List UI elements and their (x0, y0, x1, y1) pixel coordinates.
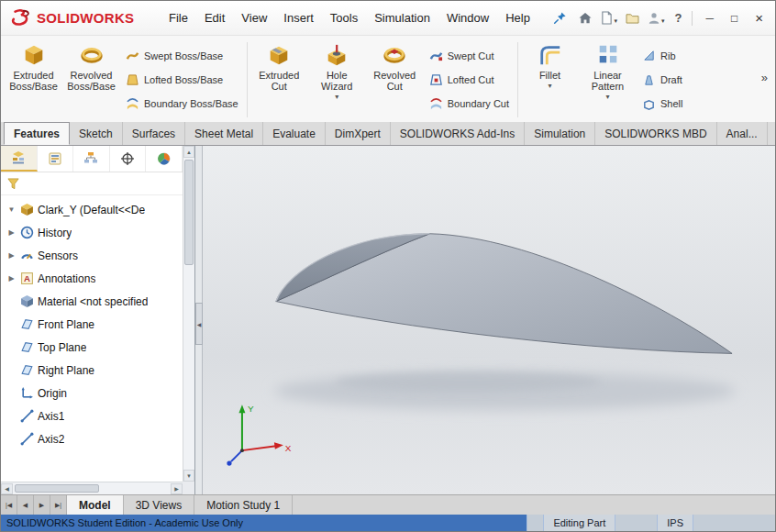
draft-button[interactable]: Draft (637, 72, 688, 89)
fillet-button[interactable]: Fillet ▾ (521, 39, 579, 121)
menu-file[interactable]: File (161, 6, 196, 29)
solidworks-window: SOLIDWORKS File Edit View Insert Tools S… (0, 0, 776, 532)
scroll-right-button[interactable]: ▶ (171, 483, 183, 494)
expander-icon[interactable]: ▶ (6, 274, 17, 283)
tab-model[interactable]: Model (67, 495, 124, 515)
tree-item-front-plane[interactable]: Front Plane (1, 313, 183, 336)
tree-item-sensors[interactable]: ▶ Sensors (1, 244, 183, 267)
tree-item-material[interactable]: Material <not specified (1, 290, 183, 313)
feature-tree: ▼ Clark_Y (Default<<De ▶ History (1, 195, 183, 482)
lofted-boss-button[interactable]: Lofted Boss/Base (120, 72, 244, 89)
tab-simulation[interactable]: Simulation (525, 122, 595, 145)
minimize-button[interactable]: ─ (701, 11, 718, 26)
tree-item-clark-y[interactable]: ▼ Clark_Y (Default<<De (1, 198, 183, 221)
menu-pin-icon[interactable] (553, 11, 567, 25)
panel-splitter[interactable]: ◀ (195, 146, 203, 494)
tab-nav-next-button[interactable]: ▶ (34, 495, 50, 515)
ribbon-overflow-button[interactable]: » (761, 71, 768, 84)
boundary-cut-button[interactable]: Boundary Cut (424, 95, 515, 113)
propertymanager-tab[interactable] (38, 146, 74, 172)
linear-pattern-button[interactable]: Linear Pattern ▾ (579, 39, 637, 121)
tab-features[interactable]: Features (4, 122, 70, 145)
menu-edit[interactable]: Edit (196, 6, 233, 29)
extruded-boss-button[interactable]: Extruded Boss/Base (5, 39, 62, 121)
shell-button[interactable]: Shell (637, 95, 688, 113)
tab-evaluate[interactable]: Evaluate (263, 122, 326, 145)
tab-sheet-metal[interactable]: Sheet Metal (185, 122, 263, 145)
maximize-button[interactable]: □ (726, 11, 742, 26)
boundary-cut-icon (429, 97, 443, 111)
tab-nav-last-button[interactable]: ▶| (50, 495, 67, 515)
revolved-cut-button[interactable]: Revolved Cut (366, 39, 424, 121)
menu-window[interactable]: Window (438, 6, 497, 29)
tab-surfaces[interactable]: Surfaces (123, 122, 185, 145)
scroll-up-button[interactable]: ▲ (183, 146, 194, 158)
panel-horizontal-scrollbar[interactable]: ◀ ▶ (1, 482, 183, 494)
rib-button[interactable]: Rib (637, 47, 688, 64)
dimxpertmanager-tab[interactable] (110, 146, 147, 172)
tree-item-annotations[interactable]: ▶ A Annotations (1, 267, 183, 290)
tree-item-origin[interactable]: Origin (1, 382, 183, 405)
tab-nav-first-button[interactable]: |◀ (1, 495, 17, 515)
tab-motion-study-1[interactable]: Motion Study 1 (194, 495, 293, 515)
vertical-scroll-thumb[interactable] (184, 160, 194, 265)
expander-icon[interactable]: ▶ (6, 251, 17, 260)
scrollbar-corner (183, 482, 194, 494)
tab-dimxpert[interactable]: DimXpert (326, 122, 391, 145)
menu-tools[interactable]: Tools (322, 6, 366, 29)
tab-3d-views[interactable]: 3D Views (124, 495, 194, 515)
tab-analysis[interactable]: Anal... (717, 122, 768, 145)
boundary-boss-button[interactable]: Boundary Boss/Base (120, 95, 244, 113)
user-caret-icon[interactable]: ▾ (661, 17, 665, 25)
displaymanager-tab[interactable] (146, 146, 183, 172)
tab-sketch[interactable]: Sketch (70, 122, 123, 145)
close-button[interactable]: × (750, 11, 768, 25)
tab-solidworks-add-ins[interactable]: SOLIDWORKS Add-Ins (391, 122, 525, 145)
panel-vertical-scrollbar[interactable]: ▲ ▼ (183, 146, 194, 482)
help-button[interactable]: ? (673, 11, 684, 25)
triad-y-label: Y (248, 404, 254, 414)
graphics-viewport[interactable]: Y X (203, 146, 775, 494)
hole-wizard-button[interactable]: Hole Wizard ▾ (308, 39, 366, 121)
configurationmanager-tab[interactable] (73, 146, 110, 172)
featuremanager-tree-tab[interactable] (1, 146, 38, 172)
revolved-boss-button[interactable]: Revolved Boss/Base (62, 39, 120, 121)
menu-simulation[interactable]: Simulation (366, 6, 438, 29)
cut-stack-group: Swept Cut Lofted Cut Boundary Cut (424, 39, 515, 121)
new-document-button[interactable]: ▾ (601, 11, 617, 25)
swept-boss-button[interactable]: Swept Boss/Base (120, 47, 244, 64)
swept-cut-button[interactable]: Swept Cut (424, 47, 515, 64)
user-account-button[interactable]: ▾ (648, 11, 665, 25)
tab-nav-prev-button[interactable]: ◀ (17, 495, 34, 515)
scroll-down-button[interactable]: ▼ (183, 470, 194, 482)
tree-item-history[interactable]: ▶ History (1, 221, 183, 244)
expander-icon[interactable]: ▶ (6, 228, 17, 237)
extruded-cut-button[interactable]: Extruded Cut (250, 39, 308, 121)
menu-help[interactable]: Help (497, 6, 538, 29)
status-units[interactable]: IPS (657, 515, 693, 531)
tree-item-top-plane[interactable]: Top Plane (1, 336, 183, 359)
button-label: Hole (327, 70, 348, 81)
menu-insert[interactable]: Insert (275, 6, 322, 29)
lofted-cut-icon (429, 73, 443, 87)
fillet-caret-icon[interactable]: ▾ (548, 82, 551, 90)
tree-item-label: Axis1 (38, 410, 64, 423)
tree-item-axis1[interactable]: Axis1 (1, 405, 183, 427)
new-document-caret-icon[interactable]: ▾ (614, 17, 617, 25)
scroll-left-button[interactable]: ◀ (1, 483, 13, 494)
filter-funnel-icon[interactable] (6, 177, 20, 191)
lofted-cut-button[interactable]: Lofted Cut (424, 72, 515, 89)
open-document-button[interactable] (626, 12, 639, 24)
panel-collapse-button[interactable]: ◀ (195, 303, 203, 345)
tree-item-axis2[interactable]: Axis2 (1, 427, 183, 450)
linear-pattern-caret-icon[interactable]: ▾ (605, 93, 609, 101)
button-label: Swept Cut (448, 50, 494, 61)
tab-solidworks-mbd[interactable]: SOLIDWORKS MBD (595, 122, 716, 145)
expander-icon[interactable]: ▼ (6, 205, 17, 214)
triad-x-label: X (285, 443, 292, 453)
home-button[interactable] (578, 11, 593, 25)
hole-wizard-caret-icon[interactable]: ▾ (335, 93, 338, 101)
menu-view[interactable]: View (233, 6, 275, 29)
tree-item-right-plane[interactable]: Right Plane (1, 359, 183, 382)
horizontal-scroll-thumb[interactable] (15, 484, 99, 493)
